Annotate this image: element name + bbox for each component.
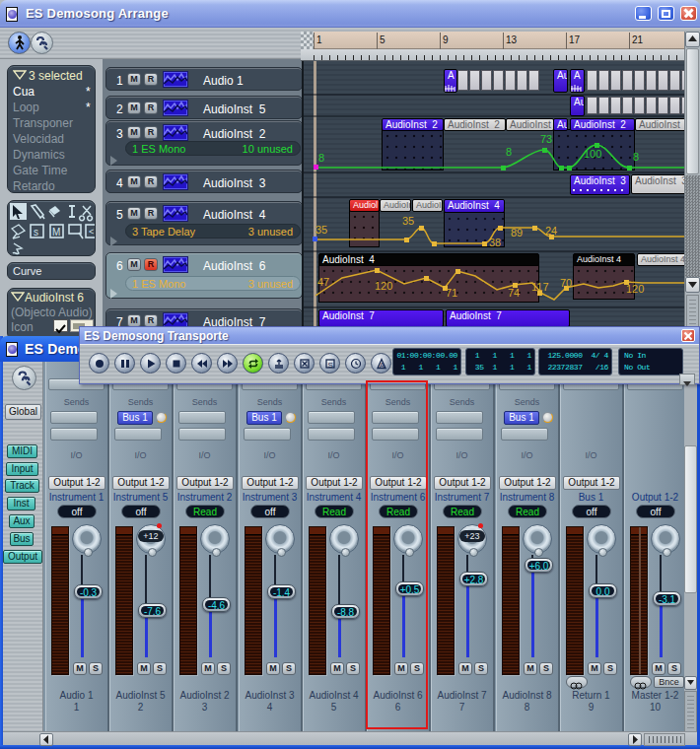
svg-text:89: 89 (511, 227, 523, 238)
svg-text:s: s (34, 227, 38, 238)
svg-text:120: 120 (626, 283, 644, 295)
svg-text:100: 100 (584, 148, 601, 160)
svg-text:73: 73 (540, 133, 552, 145)
svg-text:8: 8 (506, 146, 512, 158)
svg-text:35: 35 (315, 224, 327, 236)
svg-text:71: 71 (446, 287, 457, 299)
svg-text:70: 70 (560, 277, 572, 289)
svg-text:38: 38 (489, 237, 501, 248)
svg-text:35: 35 (402, 215, 414, 227)
svg-text:<: < (89, 227, 94, 237)
svg-text:24: 24 (545, 225, 557, 237)
svg-text:117: 117 (531, 281, 549, 293)
svg-text:74: 74 (508, 287, 520, 299)
svg-text:8: 8 (633, 151, 639, 163)
svg-text:A: A (380, 362, 385, 369)
svg-text:120: 120 (375, 280, 392, 292)
svg-text:S: S (328, 361, 333, 370)
svg-text:M: M (52, 227, 60, 238)
svg-text:47: 47 (317, 276, 329, 288)
svg-text:8: 8 (318, 152, 324, 164)
